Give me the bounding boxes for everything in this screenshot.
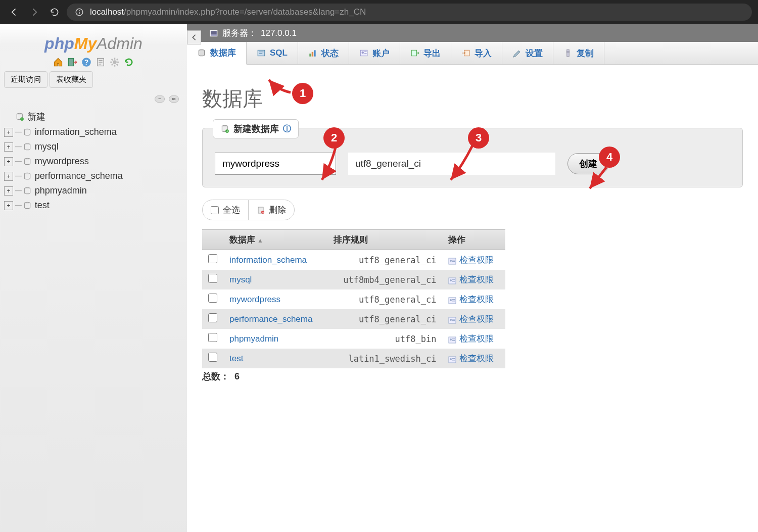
- svg-rect-17: [211, 31, 216, 34]
- bulk-delete-button[interactable]: 删除: [249, 200, 294, 220]
- collapse-all-icon[interactable]: −: [155, 95, 165, 103]
- back-button[interactable]: [6, 4, 22, 20]
- check-privileges-link[interactable]: 检查权限: [459, 295, 494, 304]
- row-checkbox[interactable]: [208, 333, 217, 342]
- database-link[interactable]: phpmyadmin: [223, 329, 327, 349]
- collation-cell: utf8_general_ci: [327, 289, 443, 309]
- expand-icon[interactable]: +: [4, 201, 13, 210]
- home-icon[interactable]: [53, 57, 63, 67]
- recent-tab[interactable]: 近期访问: [4, 71, 48, 88]
- row-checkbox[interactable]: [208, 254, 217, 263]
- tree-database-item[interactable]: + ─ performance_schema: [4, 169, 183, 183]
- tree-new-database[interactable]: 新建: [15, 109, 183, 125]
- row-checkbox[interactable]: [208, 353, 217, 362]
- privileges-icon: [448, 316, 456, 323]
- expand-icon[interactable]: +: [4, 142, 13, 152]
- tab-设置[interactable]: 设置: [502, 42, 553, 64]
- svg-rect-3: [69, 59, 74, 66]
- header-collation[interactable]: 排序规则: [327, 230, 443, 250]
- bulk-action-bar: 全选 删除: [202, 200, 295, 220]
- svg-rect-45: [452, 299, 455, 300]
- privileges-icon: [448, 277, 456, 284]
- tab-导出[interactable]: 导出: [400, 42, 451, 64]
- database-link[interactable]: mywordpress: [223, 289, 327, 309]
- select-all-checkbox[interactable]: [211, 206, 219, 214]
- svg-rect-38: [452, 261, 455, 262]
- collapse-sidebar-button[interactable]: [187, 30, 201, 44]
- tree-database-item[interactable]: + ─ phpmyadmin: [4, 183, 183, 198]
- database-icon: [23, 157, 32, 166]
- check-privileges-link[interactable]: 检查权限: [459, 334, 494, 344]
- row-checkbox[interactable]: [208, 274, 217, 283]
- expand-icon[interactable]: +: [4, 157, 13, 166]
- total-label: 总数：: [202, 371, 229, 381]
- database-link[interactable]: information_schema: [223, 250, 327, 270]
- tree-item-label: performance_schema: [35, 171, 123, 181]
- expand-icon[interactable]: +: [4, 128, 13, 137]
- help-icon[interactable]: ⓘ: [283, 124, 291, 134]
- tree-database-item[interactable]: + ─ test: [4, 198, 183, 213]
- check-privileges-link[interactable]: 检查权限: [459, 314, 494, 324]
- tab-SQL[interactable]: SQL: [247, 42, 298, 64]
- annotation-marker: 4: [599, 147, 620, 168]
- browser-bar: localhost/phpmyadmin/index.php?route=/se…: [0, 0, 758, 24]
- database-link[interactable]: performance_schema: [223, 309, 327, 329]
- phpmyadmin-logo[interactable]: phpMyAdmin: [4, 34, 183, 53]
- svg-point-24: [361, 52, 364, 54]
- svg-rect-54: [452, 340, 455, 341]
- link-icon[interactable]: ∞: [169, 95, 179, 103]
- svg-point-52: [450, 338, 452, 341]
- sidebar: phpMyAdmin ? 近期访问 表收藏夹 − ∞ 新建 + ─ inform: [0, 24, 187, 532]
- row-checkbox[interactable]: [208, 313, 217, 322]
- row-checkbox[interactable]: [208, 294, 217, 303]
- tab-账户[interactable]: 账户: [349, 42, 400, 64]
- expand-icon[interactable]: +: [4, 172, 13, 181]
- tree-database-item[interactable]: + ─ mysql: [4, 139, 183, 154]
- tab-label: 导入: [475, 47, 492, 59]
- arrow-right-icon: [29, 7, 39, 17]
- refresh-icon[interactable]: [124, 57, 134, 67]
- collation-cell: utf8_bin: [327, 329, 443, 349]
- favorites-tab[interactable]: 表收藏夹: [50, 71, 93, 88]
- replication-icon: [563, 49, 573, 58]
- new-db-icon: [220, 124, 229, 133]
- tab-label: SQL: [270, 48, 288, 58]
- svg-text:?: ?: [84, 59, 88, 66]
- header-action: 操作: [442, 230, 505, 250]
- docs-icon[interactable]: [96, 57, 106, 67]
- tab-导入[interactable]: 导入: [451, 42, 502, 64]
- check-privileges-link[interactable]: 检查权限: [459, 255, 494, 265]
- header-database[interactable]: 数据库▲: [223, 230, 327, 250]
- svg-rect-41: [452, 279, 455, 280]
- database-link[interactable]: mysql: [223, 270, 327, 289]
- server-host: 127.0.0.1: [261, 28, 297, 38]
- tab-状态[interactable]: 状态: [298, 42, 349, 64]
- tree-database-item[interactable]: + ─ information_schema: [4, 125, 183, 139]
- check-privileges-link[interactable]: 检查权限: [459, 275, 494, 284]
- svg-point-44: [450, 299, 452, 301]
- svg-point-7: [113, 60, 117, 64]
- annotation-marker: 3: [468, 127, 489, 149]
- gear-icon[interactable]: [110, 57, 120, 67]
- forward-button[interactable]: [26, 4, 42, 20]
- status-icon: [308, 49, 317, 58]
- tab-复制[interactable]: 复制: [553, 42, 604, 64]
- expand-icon[interactable]: +: [4, 186, 13, 196]
- svg-rect-21: [312, 52, 313, 57]
- svg-rect-49: [452, 319, 455, 320]
- sql-icon: [257, 49, 266, 58]
- reload-button[interactable]: [46, 4, 63, 20]
- svg-rect-20: [309, 54, 311, 57]
- check-privileges-link[interactable]: 检查权限: [459, 354, 494, 363]
- exit-icon[interactable]: [67, 57, 77, 67]
- database-link[interactable]: test: [223, 349, 327, 368]
- svg-rect-19: [258, 50, 265, 56]
- table-row: mysql utf8mb4_general_ci 检查权限: [202, 270, 505, 289]
- tree-database-item[interactable]: + ─ mywordpress: [4, 154, 183, 169]
- url-bar[interactable]: localhost/phpmyadmin/index.php?route=/se…: [67, 4, 752, 21]
- svg-point-48: [450, 319, 452, 321]
- tab-数据库[interactable]: 数据库: [187, 42, 247, 65]
- privileges-icon: [448, 297, 456, 304]
- table-row: performance_schema utf8_general_ci 检查权限: [202, 309, 505, 329]
- help-icon[interactable]: ?: [81, 57, 91, 67]
